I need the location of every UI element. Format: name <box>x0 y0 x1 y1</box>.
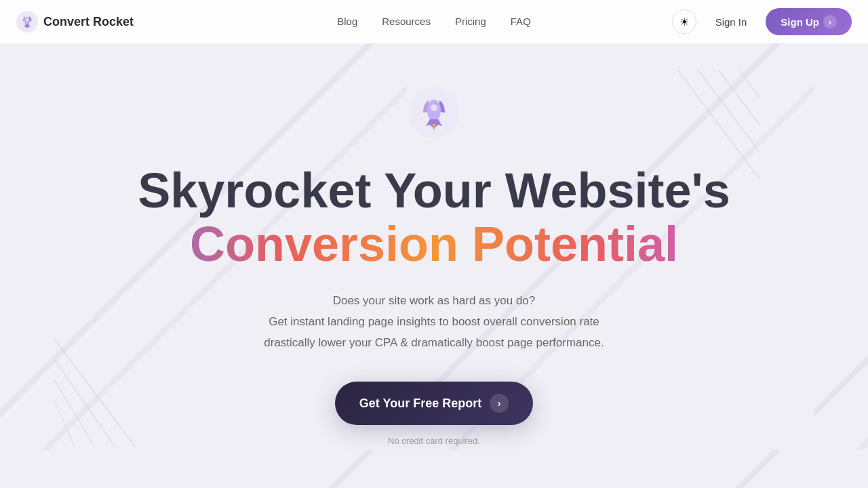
svg-line-3 <box>678 70 760 179</box>
svg-line-4 <box>698 70 760 152</box>
sign-up-button[interactable]: Sign Up › <box>766 8 852 35</box>
svg-line-6 <box>739 70 760 98</box>
hero-rocket-icon <box>407 85 461 142</box>
nav-pricing[interactable]: Pricing <box>455 16 486 27</box>
deco-lines-bottom-left <box>54 312 136 447</box>
hero-heading: Skyrocket Your Website's Conversion Pote… <box>138 164 730 271</box>
sign-up-arrow-icon: › <box>823 15 837 28</box>
cta-label: Get Your Free Report <box>359 396 481 411</box>
hero-heading-line2: Conversion Potential <box>138 218 730 271</box>
hero-subtext-line3: drastically lower your CPA & dramaticall… <box>264 333 604 353</box>
nav-links: Blog Resources Pricing FAQ <box>337 16 531 28</box>
nav-blog[interactable]: Blog <box>337 16 357 27</box>
sun-icon: ☀ <box>679 16 689 28</box>
no-credit-card-text: No credit card required. <box>388 436 480 446</box>
svg-line-9 <box>54 380 95 447</box>
sign-up-label: Sign Up <box>781 16 819 28</box>
nav-right: ☀ Sign In Sign Up › <box>672 8 852 35</box>
svg-line-10 <box>54 400 75 447</box>
svg-point-2 <box>26 19 28 22</box>
navbar: Convert Rocket Blog Resources Pricing FA… <box>0 0 868 43</box>
logo[interactable]: Convert Rocket <box>16 11 134 33</box>
hero-subtext: Does your site work as hard as you do? G… <box>264 290 604 354</box>
nav-faq[interactable]: FAQ <box>511 16 531 27</box>
theme-toggle-button[interactable]: ☀ <box>672 9 696 34</box>
rocket-logo-icon <box>16 11 38 33</box>
svg-line-5 <box>719 70 760 125</box>
hero-section: Skyrocket Your Website's Conversion Pote… <box>0 43 868 488</box>
nav-resources[interactable]: Resources <box>382 16 431 27</box>
svg-line-7 <box>54 339 136 447</box>
hero-subtext-line1: Does your site work as hard as you do? <box>264 291 604 311</box>
hero-subtext-line2: Get instant landing page insights to boo… <box>264 312 604 332</box>
sign-in-button[interactable]: Sign In <box>707 11 755 33</box>
cta-arrow-icon: › <box>490 394 509 413</box>
brand-name: Convert Rocket <box>43 15 134 29</box>
svg-line-8 <box>54 359 115 447</box>
hero-heading-line1: Skyrocket Your Website's <box>138 164 730 218</box>
svg-point-13 <box>431 104 437 111</box>
cta-button[interactable]: Get Your Free Report › <box>335 382 533 425</box>
